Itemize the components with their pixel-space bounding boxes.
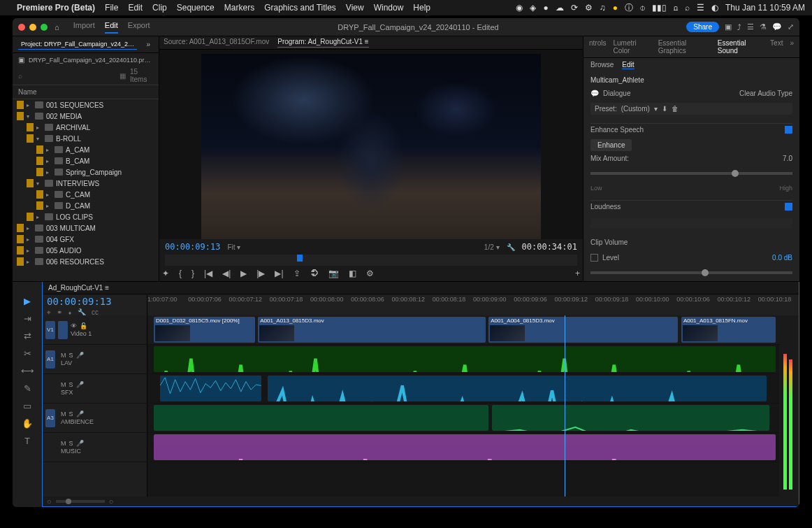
- minimize-icon[interactable]: [29, 24, 36, 31]
- caret-icon[interactable]: ▸: [46, 192, 52, 198]
- menubar-icon[interactable]: ♫: [600, 3, 606, 13]
- timeline-timecode[interactable]: 00:00:09:13: [47, 296, 143, 307]
- go-out-icon[interactable]: ▶|: [275, 269, 283, 278]
- monitor-scrubber[interactable]: [165, 255, 577, 266]
- eye-icon[interactable]: 👁: [71, 322, 77, 329]
- solo-icon[interactable]: S: [69, 440, 73, 447]
- upload-icon[interactable]: ⤴: [737, 23, 741, 31]
- compare-icon[interactable]: ◧: [349, 269, 356, 278]
- enhance-button[interactable]: Enhance: [590, 139, 632, 151]
- caret-icon[interactable]: ▸: [46, 169, 52, 176]
- level-checkbox[interactable]: [590, 254, 598, 262]
- panel-menu-icon[interactable]: »: [143, 39, 153, 50]
- track-header-a2[interactable]: MS🎤 SFX: [43, 374, 147, 404]
- loudness-toggle[interactable]: [785, 203, 792, 211]
- caret-icon[interactable]: ▸: [46, 203, 52, 209]
- audio-clip-sfx[interactable]: [268, 376, 767, 401]
- zoom-icon[interactable]: [41, 24, 48, 31]
- mark-out-icon[interactable]: }: [191, 269, 194, 278]
- lift-icon[interactable]: ⇪: [293, 269, 300, 278]
- rect-tool-icon[interactable]: ▭: [23, 401, 31, 411]
- bin-row[interactable]: ▸006 RESOURCES: [13, 256, 159, 267]
- go-in-icon[interactable]: |◀: [204, 269, 212, 278]
- bin-row[interactable]: ▾002 MEDIA: [13, 110, 159, 122]
- zoom-in-icon[interactable]: ○: [109, 497, 114, 506]
- type-tool-icon[interactable]: T: [24, 436, 30, 446]
- video-clip[interactable]: D001_D032_0815C5.mov [200%]: [154, 317, 255, 343]
- wifi-icon[interactable]: ⩍: [674, 3, 678, 13]
- v1-target-toggle[interactable]: [58, 321, 68, 339]
- filter-icon[interactable]: ▦: [119, 72, 126, 80]
- ripple-tool-icon[interactable]: ⇄: [24, 331, 31, 341]
- time-ruler[interactable]: 1:00:07:0000:00:07:0600:00:07:1200:00:07…: [147, 294, 799, 315]
- program-monitor[interactable]: [159, 50, 583, 239]
- bin-row[interactable]: ▸ARCHIVAL: [13, 122, 159, 133]
- menu-file[interactable]: File: [105, 3, 118, 13]
- menu-view[interactable]: View: [346, 3, 364, 13]
- level-value[interactable]: 0.0 dB: [772, 254, 792, 262]
- timecode-in[interactable]: 00:00:09:13: [165, 242, 220, 252]
- delete-preset-icon[interactable]: 🗑: [672, 105, 679, 113]
- video-clip[interactable]: A001_A013_0815D3.mov: [258, 317, 485, 343]
- mute-icon[interactable]: M: [61, 381, 66, 388]
- track-header-v1[interactable]: V1 👁🔓 Video 1: [43, 315, 147, 345]
- caret-icon[interactable]: ▸: [36, 124, 42, 131]
- bin-row[interactable]: ▸004 GFX: [13, 234, 159, 245]
- app-name[interactable]: Premiere Pro (Beta): [17, 3, 95, 13]
- caret-icon[interactable]: ▸: [36, 214, 42, 220]
- caret-icon[interactable]: ▸: [27, 236, 32, 243]
- mix-amount-slider[interactable]: [590, 172, 792, 175]
- audio-clip-ambience[interactable]: [154, 405, 488, 431]
- menu-help[interactable]: Help: [413, 3, 430, 13]
- share-button[interactable]: Share: [686, 22, 719, 32]
- menu-sequence[interactable]: Sequence: [177, 3, 215, 13]
- bin-row[interactable]: ▸D_CAM: [13, 200, 159, 211]
- export-frame-icon[interactable]: 📷: [328, 269, 339, 278]
- mix-amount-value[interactable]: 7.0: [783, 155, 792, 162]
- audio-type-tag[interactable]: Dialogue: [603, 90, 630, 97]
- step-back-icon[interactable]: ◀|: [222, 269, 231, 278]
- close-icon[interactable]: [18, 24, 25, 31]
- quick-export-icon[interactable]: ▣: [725, 22, 732, 31]
- bin-row[interactable]: ▾B-ROLL: [13, 133, 159, 144]
- name-column-header[interactable]: Name: [13, 85, 159, 99]
- bell-icon[interactable]: 💬: [772, 22, 782, 31]
- bin-row[interactable]: ▾INTERVIEWS: [13, 178, 159, 189]
- tab-lumetri[interactable]: Lumetri Color: [613, 39, 651, 55]
- menubar-icon[interactable]: ◉: [516, 3, 523, 13]
- scale-dropdown[interactable]: 1/2 ▾: [484, 243, 500, 251]
- solo-icon[interactable]: S: [69, 411, 73, 418]
- playhead-icon[interactable]: [297, 255, 303, 262]
- track-header-a1[interactable]: A1 MS🎤 LAV: [43, 345, 147, 374]
- bin-row[interactable]: ▸005 AUDIO: [13, 245, 159, 256]
- tab-graphics[interactable]: Essential Graphics: [658, 39, 711, 55]
- save-preset-icon[interactable]: ⬇: [662, 105, 667, 113]
- menu-clip[interactable]: Clip: [152, 3, 167, 13]
- project-tree[interactable]: ▸001 SEQUENCES▾002 MEDIA▸ARCHIVAL▾B-ROLL…: [13, 99, 159, 281]
- preset-row[interactable]: Preset: (Custom) ▾ ⬇ 🗑: [590, 103, 792, 115]
- caret-icon[interactable]: ▸: [27, 225, 32, 231]
- step-fwd-icon[interactable]: |▶: [256, 269, 265, 278]
- window-controls[interactable]: [18, 24, 48, 31]
- level-slider[interactable]: [590, 271, 792, 274]
- sequence-tab[interactable]: Ad_RoughCut-V1 ≡: [43, 282, 799, 294]
- mark-in-icon[interactable]: {: [179, 269, 182, 278]
- bin-row[interactable]: ▸A_CAM: [13, 144, 159, 155]
- overflow-icon[interactable]: »: [790, 39, 794, 55]
- menubar-icon[interactable]: ●: [543, 3, 548, 13]
- siri-icon[interactable]: ◐: [711, 3, 718, 13]
- caret-icon[interactable]: ▸: [27, 248, 32, 254]
- menu-graphics[interactable]: Graphics and Titles: [264, 3, 336, 13]
- add-marker-icon[interactable]: ✦: [162, 269, 169, 278]
- battery-icon[interactable]: ▮▮▯: [652, 3, 667, 13]
- timecode-out[interactable]: 00:00:34:01: [522, 242, 577, 252]
- zoom-out-icon[interactable]: ○: [47, 497, 52, 506]
- caret-icon[interactable]: ▾: [27, 113, 32, 120]
- ws-export[interactable]: Export: [128, 21, 150, 34]
- voice-icon[interactable]: 🎤: [76, 411, 84, 418]
- tab-text[interactable]: Text: [770, 39, 783, 55]
- menubar-icon[interactable]: ⓘ: [625, 2, 633, 14]
- zoom-slider[interactable]: [56, 500, 105, 503]
- tab-controls[interactable]: ntrols: [589, 39, 606, 55]
- caret-icon[interactable]: ▸: [27, 102, 32, 108]
